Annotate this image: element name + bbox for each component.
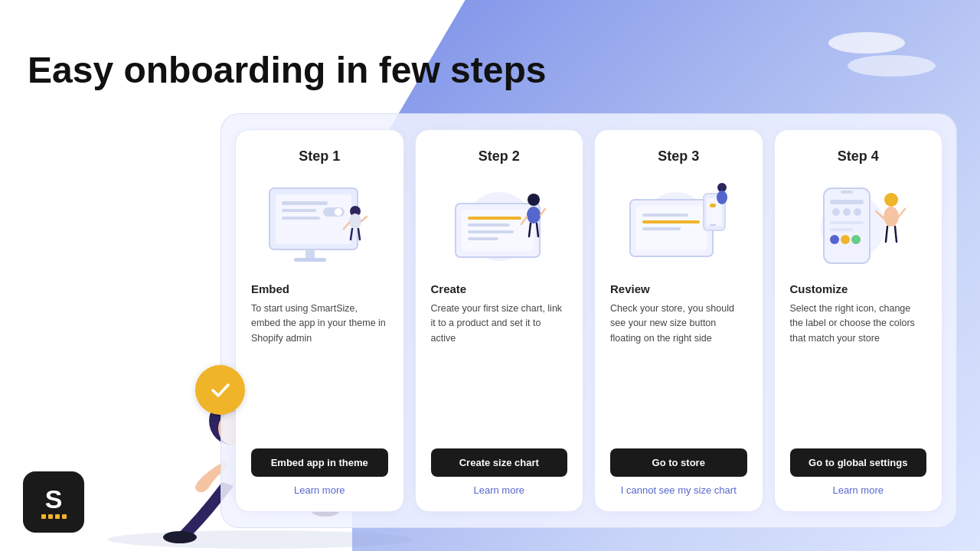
svg-rect-40 [642,214,688,217]
svg-point-60 [851,235,861,244]
svg-point-17 [335,208,342,216]
svg-line-64 [899,209,905,217]
step-4-illustration [801,177,916,269]
app-logo: S [23,471,84,533]
step-2-illustration [442,177,557,269]
step-3-card: Step 3 Rev [594,129,763,512]
svg-point-53 [832,208,840,216]
svg-point-0 [107,530,413,549]
step-3-title: Review [610,282,650,295]
svg-point-54 [843,208,851,216]
svg-rect-27 [468,217,521,220]
step-1-description: To start using SmartSize, embed the app … [251,302,388,346]
step-3-actions: Go to store I cannot see my size chart [610,448,747,496]
step-4-title: Customize [790,282,848,295]
logo-letter: S [45,486,63,512]
step-1-card: Step 1 [235,129,404,512]
svg-rect-45 [710,224,716,226]
svg-line-34 [541,209,545,215]
go-to-store-button[interactable]: Go to store [610,448,747,477]
svg-line-65 [886,227,887,242]
step-2-description: Create your first size chart, link it to… [431,302,568,346]
step-1-illustration [262,177,377,269]
svg-point-62 [884,207,899,227]
svg-rect-29 [468,230,514,233]
svg-line-21 [361,217,367,221]
svg-point-59 [841,235,850,244]
svg-rect-41 [642,220,700,223]
svg-rect-12 [282,209,316,212]
step-3-description: Check your store, you should see your ne… [610,302,747,346]
logo-dots [41,514,67,519]
step-3-label: Step 3 [658,148,699,165]
embed-app-button[interactable]: Embed app in theme [251,448,388,477]
step-1-learn-more[interactable]: Learn more [294,484,345,496]
svg-rect-13 [282,217,320,220]
svg-point-6 [163,531,197,543]
svg-rect-15 [294,258,326,262]
svg-rect-30 [468,237,498,240]
step-2-actions: Create size chart Learn more [431,448,568,496]
main-title: Easy onboarding in few steps [28,50,546,91]
checkmark-badge [195,365,245,415]
decorative-ellipse-2 [848,55,936,77]
svg-rect-14 [305,249,315,259]
step-4-learn-more[interactable]: Learn more [833,484,884,496]
svg-rect-52 [830,200,864,204]
svg-rect-50 [824,188,870,263]
step-1-actions: Embed app in theme Learn more [251,448,388,496]
step-4-label: Step 4 [838,148,879,165]
step-1-title: Embed [251,282,289,295]
step-2-title: Create [431,282,467,295]
step-2-label: Step 2 [479,148,520,165]
svg-point-61 [884,193,898,207]
svg-rect-57 [830,228,853,231]
svg-rect-42 [642,227,681,230]
svg-rect-51 [841,191,853,194]
step-3-illustration [621,177,736,269]
svg-rect-56 [830,221,864,224]
svg-rect-28 [468,223,510,227]
step-2-card: Step 2 Create C [415,129,584,512]
svg-rect-46 [710,204,716,207]
svg-point-48 [717,191,727,204]
decorative-ellipse-1 [828,32,905,54]
svg-line-23 [358,229,360,240]
step-3-cannot-see[interactable]: I cannot see my size chart [621,484,737,496]
step-4-card: Step 4 [774,129,943,512]
heading-section: Easy onboarding in few steps [28,50,546,91]
go-to-global-settings-button[interactable]: Go to global settings [790,448,927,477]
svg-line-66 [895,227,897,242]
step-1-label: Step 1 [299,148,340,165]
svg-point-31 [528,194,540,206]
svg-point-58 [830,235,839,244]
svg-rect-11 [282,201,328,205]
svg-point-19 [349,214,361,229]
svg-point-55 [854,208,861,216]
step-2-learn-more[interactable]: Learn more [474,484,524,496]
svg-point-32 [527,207,541,223]
create-size-chart-button[interactable]: Create size chart [431,448,568,477]
step-4-description: Select the right icon, change the label … [790,302,927,346]
steps-container: Step 1 [220,113,957,528]
step-4-actions: Go to global settings Learn more [790,448,927,496]
